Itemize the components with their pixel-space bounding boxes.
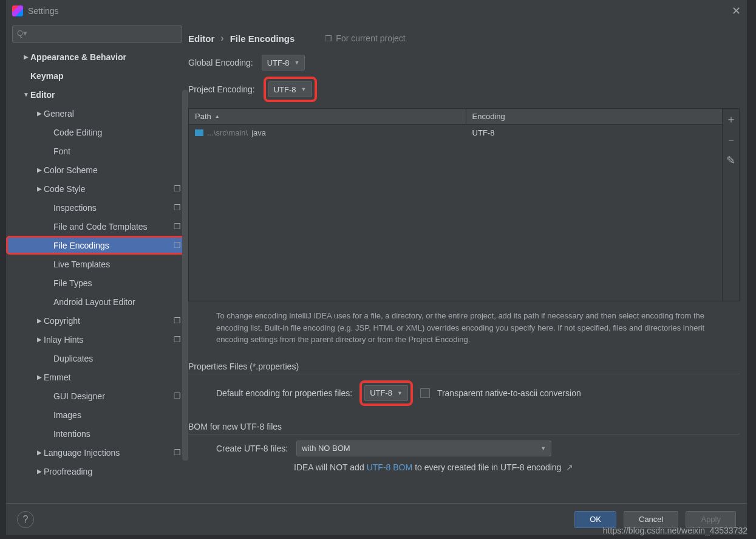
tree-item-images[interactable]: Images [6, 405, 188, 424]
chevron-right-icon: ▶ [35, 449, 44, 456]
tree-item-inspections[interactable]: Inspections❐ [6, 198, 188, 217]
properties-heading: Properties Files (*.properties) [188, 362, 740, 374]
transparent-n2a-checkbox[interactable] [420, 388, 430, 398]
tree-item-font[interactable]: Font [6, 142, 188, 160]
project-encoding-label: Project Encoding: [188, 84, 255, 94]
breadcrumb-leaf: File Encodings [230, 33, 295, 44]
transparent-n2a-label: Transparent native-to-ascii conversion [437, 388, 581, 398]
project-scope-icon: ❐ [174, 203, 181, 212]
project-scope-icon: ❐ [174, 184, 181, 193]
chevron-down-icon: ▼ [294, 60, 299, 66]
project-scope-icon: ❐ [174, 222, 181, 231]
chevron-right-icon: ▶ [22, 53, 30, 60]
tree-item-gui-designer[interactable]: GUI Designer❐ [6, 386, 188, 405]
tree-item-label: Inspections [53, 203, 174, 213]
chevron-right-icon: ▶ [35, 336, 44, 343]
tree-item-label: Language Injections [44, 448, 174, 458]
project-scope-icon: ❐ [174, 335, 181, 344]
tree-item-label: Copyright [44, 316, 174, 326]
tree-item-file-types[interactable]: File Types [6, 273, 188, 292]
tree-item-label: GUI Designer [53, 391, 174, 401]
tree-item-label: File and Code Templates [53, 222, 174, 232]
scrollbar[interactable] [182, 90, 188, 461]
col-path[interactable]: Path ▲ [189, 109, 466, 124]
chevron-down-icon: ▼ [22, 91, 30, 98]
tree-item-emmet[interactable]: ▶Emmet [6, 368, 188, 386]
highlight-box: UTF-8 ▼ [359, 380, 413, 406]
tree-item-label: Intentions [53, 429, 188, 439]
project-scope-icon: ❐ [325, 34, 332, 43]
tree-item-label: Keymap [30, 71, 188, 81]
project-encoding-combo[interactable]: UTF-8 ▼ [268, 81, 312, 97]
tree-item-keymap[interactable]: Keymap [6, 66, 188, 85]
search-icon: Q▾ [17, 29, 27, 38]
tree-item-appearance-behavior[interactable]: ▶Appearance & Behavior [6, 47, 188, 66]
default-prop-encoding-label: Default encoding for properties files: [216, 388, 352, 398]
tree-item-duplicates[interactable]: Duplicates [6, 349, 188, 368]
tree-item-general[interactable]: ▶General [6, 104, 188, 123]
tree-item-live-templates[interactable]: Live Templates [6, 255, 188, 273]
tree-item-label: Inlay Hints [44, 335, 174, 345]
project-scope-icon: ❐ [174, 391, 181, 400]
highlight-box: UTF-8 ▼ [264, 77, 317, 102]
close-icon[interactable]: ✕ [732, 4, 741, 18]
tree-item-proofreading[interactable]: ▶Proofreading [6, 462, 188, 481]
tree-item-color-scheme[interactable]: ▶Color Scheme [6, 160, 188, 179]
tree-item-label: Editor [30, 90, 188, 100]
edit-button[interactable]: ✎ [723, 150, 739, 171]
project-scope-icon: ❐ [174, 241, 181, 250]
tree-item-label: File Types [53, 278, 188, 288]
chevron-right-icon: ▶ [35, 110, 44, 117]
tree-item-label: Color Scheme [44, 165, 188, 175]
titlebar: Settings ✕ [6, 0, 747, 22]
utf8-bom-link[interactable]: UTF-8 BOM [367, 462, 412, 472]
project-scope-icon: ❐ [174, 316, 181, 325]
watermark: https://blog.csdn.net/weixin_43533732 [603, 526, 747, 535]
settings-dialog: Settings ✕ Q▾ ▶Appearance & BehaviorKeym… [6, 0, 747, 535]
tree-item-code-editing[interactable]: Code Editing [6, 123, 188, 142]
tree-item-label: Code Editing [53, 128, 188, 137]
tree-item-label: Live Templates [53, 259, 188, 269]
window-title: Settings [28, 6, 59, 16]
help-text: To change encoding IntelliJ IDEA uses fo… [216, 310, 725, 346]
properties-encoding-combo[interactable]: UTF-8 ▼ [364, 385, 408, 401]
tree-item-code-style[interactable]: ▶Code Style❐ [6, 179, 188, 198]
col-encoding[interactable]: Encoding [466, 112, 722, 121]
global-encoding-combo[interactable]: UTF-8 ▼ [262, 55, 305, 70]
settings-tree[interactable]: ▶Appearance & BehaviorKeymap▼Editor▶Gene… [6, 47, 188, 503]
tree-item-inlay-hints[interactable]: ▶Inlay Hints❐ [6, 330, 188, 349]
chevron-right-icon: ▶ [35, 468, 44, 475]
tree-item-label: Duplicates [53, 354, 188, 363]
bom-note-prefix: IDEA will NOT add [294, 462, 364, 472]
breadcrumb: Editor › File Encodings ❐ For current pr… [188, 33, 747, 55]
help-button[interactable]: ? [17, 511, 34, 528]
tree-item-label: File Encodings [53, 241, 174, 250]
tree-item-label: Images [53, 410, 188, 420]
breadcrumb-root[interactable]: Editor [188, 33, 214, 44]
tree-item-label: Emmet [44, 372, 188, 382]
remove-button[interactable]: － [723, 129, 739, 150]
create-utf8-combo[interactable]: with NO BOM ▼ [296, 441, 551, 456]
tree-item-language-injections[interactable]: ▶Language Injections❐ [6, 443, 188, 462]
tree-item-copyright[interactable]: ▶Copyright❐ [6, 311, 188, 330]
search-input[interactable] [12, 26, 182, 43]
add-button[interactable]: ＋ [723, 109, 739, 129]
app-logo-icon [12, 5, 23, 16]
project-scope-icon: ❐ [174, 448, 181, 457]
chevron-down-icon: ▼ [397, 390, 403, 396]
tree-item-label: Font [53, 146, 188, 156]
chevron-right-icon: ▶ [35, 374, 44, 380]
main-panel: Editor › File Encodings ❐ For current pr… [188, 22, 747, 503]
chevron-down-icon: ▼ [301, 86, 307, 92]
chevron-right-icon: › [220, 33, 223, 44]
table-row[interactable]: ...\src\main\javaUTF-8 [189, 125, 722, 140]
folder-icon [195, 129, 203, 136]
tree-item-intentions[interactable]: Intentions [6, 424, 188, 443]
tree-item-android-layout-editor[interactable]: Android Layout Editor [6, 292, 188, 311]
tree-item-label: Code Style [44, 184, 174, 194]
chevron-right-icon: ▶ [35, 167, 44, 173]
tree-item-file-encodings[interactable]: File Encodings❐ [6, 236, 188, 255]
chevron-right-icon: ▶ [35, 317, 44, 324]
tree-item-file-and-code-templates[interactable]: File and Code Templates❐ [6, 217, 188, 236]
tree-item-editor[interactable]: ▼Editor [6, 85, 188, 104]
